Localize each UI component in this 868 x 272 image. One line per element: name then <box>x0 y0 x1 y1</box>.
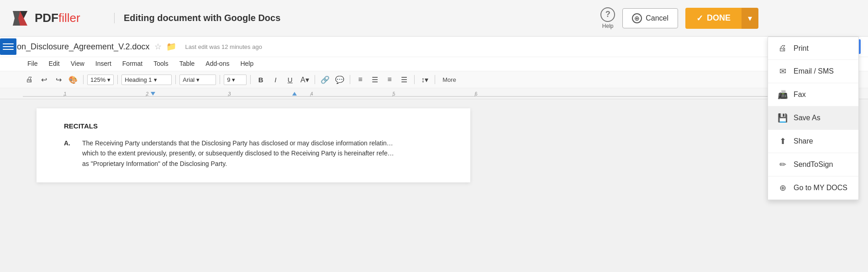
align-center-btn[interactable]: ☰ <box>368 73 381 86</box>
menu-item-edit[interactable]: Edit <box>44 58 64 69</box>
divider-9 <box>435 75 435 84</box>
dropdown-fax-label: Fax <box>794 91 806 99</box>
menu-item-insert[interactable]: Insert <box>91 58 116 69</box>
logo-area: PDFfiller <box>9 9 100 27</box>
italic-btn[interactable]: I <box>269 73 282 86</box>
divider-3 <box>175 75 176 84</box>
underline-btn[interactable]: U <box>284 73 296 86</box>
cancel-label: Cancel <box>646 14 668 22</box>
font-value: Arial <box>183 76 195 83</box>
svg-text:4: 4 <box>310 91 313 96</box>
size-chevron: ▾ <box>232 76 235 83</box>
hamburger-line-3 <box>3 49 14 50</box>
ruler-svg: 1 2 3 4 5 6 <box>23 88 845 99</box>
font-select[interactable]: Arial ▾ <box>179 75 216 85</box>
saveas-icon: 💾 <box>777 113 788 123</box>
dropdown-saveas-label: Save As <box>794 114 821 122</box>
menu-item-addons[interactable]: Add-ons <box>201 58 234 69</box>
align-left-btn[interactable]: ≡ <box>354 73 367 86</box>
menu-bar: File Edit View Insert Format Tools Table… <box>0 57 868 71</box>
dropdown-item-sendtosign[interactable]: ✏ SendToSign <box>768 153 858 176</box>
link-btn[interactable]: 🔗 <box>319 73 331 86</box>
dropdown-print-label: Print <box>794 44 809 53</box>
svg-text:5: 5 <box>393 91 395 96</box>
help-button[interactable]: ? Help <box>600 7 615 29</box>
heading-select[interactable]: Heading 1 ▾ <box>121 75 172 85</box>
menu-item-view[interactable]: View <box>66 58 89 69</box>
zoom-value: 125% <box>90 76 105 83</box>
help-circle-icon: ? <box>600 7 615 22</box>
menu-item-file[interactable]: File <box>23 58 42 69</box>
header-title: Editing document with Google Docs <box>114 13 600 23</box>
divider-8 <box>414 75 415 84</box>
heading-value: Heading 1 <box>125 76 152 83</box>
heading-chevron: ▾ <box>154 76 157 83</box>
align-right-btn[interactable]: ≡ <box>383 73 396 86</box>
divider-1 <box>83 75 84 84</box>
done-dropdown-button[interactable]: ▾ <box>742 8 758 29</box>
fax-icon: 📠 <box>777 90 788 100</box>
recitals-heading: RECITALS <box>64 122 443 130</box>
menu-item-format[interactable]: Format <box>118 58 147 69</box>
doc-page: RECITALS A. The Receiving Party understa… <box>37 108 470 182</box>
dropdown-item-gotomydocs[interactable]: ⊕ Go to MY DOCS <box>768 176 858 200</box>
paint-format-btn[interactable]: 🎨 <box>67 73 79 86</box>
dropdown-item-print[interactable]: 🖨 Print <box>768 37 858 60</box>
dropdown-menu: 🖨 Print ✉ Email / SMS 📠 Fax 💾 Save As ⬆ … <box>768 37 859 200</box>
svg-text:1: 1 <box>64 91 67 96</box>
dropdown-gotomydocs-label: Go to MY DOCS <box>794 184 847 192</box>
document-title: Non_Disclosure_Agreement_V.2.docx <box>11 42 150 52</box>
hamburger-line-2 <box>3 46 14 47</box>
bold-btn[interactable]: B <box>254 73 267 86</box>
share-icon: ⬆ <box>777 136 788 146</box>
top-header: PDFfiller Editing document with Google D… <box>0 0 868 37</box>
print-icon: 🖨 <box>777 43 788 53</box>
format-toolbar: 🖨 ↩ ↪ 🎨 125% ▾ Heading 1 ▾ Arial ▾ 9 ▾ B… <box>0 71 868 88</box>
help-label: Help <box>602 23 614 29</box>
dropdown-item-saveas[interactable]: 💾 Save As <box>768 107 858 130</box>
star-icon[interactable]: ☆ <box>154 42 162 52</box>
menu-item-help[interactable]: Help <box>236 58 258 69</box>
done-button-container: ✓ DONE ▾ <box>685 8 758 29</box>
dropdown-email-label: Email / SMS <box>794 67 834 75</box>
last-edit-text: Last edit was 12 minutes ago <box>185 43 262 50</box>
svg-marker-5 <box>292 92 297 96</box>
menu-item-tools[interactable]: Tools <box>149 58 173 69</box>
folder-icon[interactable]: 📁 <box>166 42 176 52</box>
para-text: The Receiving Party understands that the… <box>82 138 394 169</box>
more-button[interactable]: More <box>439 75 460 85</box>
undo-btn[interactable]: ↩ <box>37 73 50 86</box>
print-toolbar-btn[interactable]: 🖨 <box>23 73 36 86</box>
font-chevron: ▾ <box>196 76 200 83</box>
cancel-button[interactable]: ⊕ Cancel <box>622 8 678 28</box>
doc-content: RECITALS A. The Receiving Party understa… <box>0 99 868 191</box>
divider-4 <box>220 75 220 84</box>
divider-7 <box>350 75 350 84</box>
svg-text:6: 6 <box>475 91 478 96</box>
dropdown-item-fax[interactable]: 📠 Fax <box>768 83 858 107</box>
doc-area: Non_Disclosure_Agreement_V.2.docx ☆ 📁 La… <box>0 37 868 191</box>
ruler: 1 2 3 4 5 6 <box>0 88 868 99</box>
divider-2 <box>117 75 118 84</box>
dropdown-item-share[interactable]: ⬆ Share <box>768 130 858 153</box>
pdfiller-logo-icon <box>9 9 31 27</box>
line-spacing-btn[interactable]: ↕▾ <box>418 73 431 86</box>
menu-item-table[interactable]: Table <box>175 58 199 69</box>
divider-6 <box>315 75 315 84</box>
comment-btn[interactable]: 💬 <box>333 73 346 86</box>
dropdown-item-email[interactable]: ✉ Email / SMS <box>768 60 858 83</box>
justify-btn[interactable]: ☰ <box>398 73 410 86</box>
size-select[interactable]: 9 ▾ <box>224 75 247 85</box>
sendtosign-icon: ✏ <box>777 160 788 170</box>
dropdown-sendtosign-label: SendToSign <box>794 160 833 169</box>
done-button[interactable]: ✓ DONE <box>685 8 742 29</box>
done-label: DONE <box>707 13 731 23</box>
zoom-select[interactable]: 125% ▾ <box>87 75 114 85</box>
svg-marker-4 <box>151 92 155 96</box>
redo-btn[interactable]: ↪ <box>52 73 65 86</box>
divider-5 <box>250 75 251 84</box>
para-label: A. <box>64 138 73 169</box>
text-color-btn[interactable]: A▾ <box>298 73 311 86</box>
hamburger-button[interactable] <box>0 38 16 55</box>
svg-text:2: 2 <box>146 91 149 96</box>
